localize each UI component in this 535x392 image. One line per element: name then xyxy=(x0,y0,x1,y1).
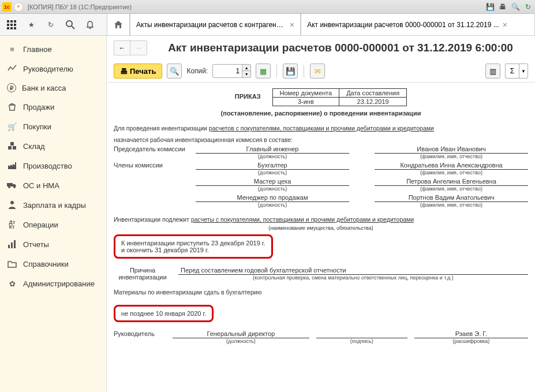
reason-hint: (контрольная проверка, смена материально… xyxy=(178,275,528,281)
apps-icon[interactable] xyxy=(6,19,17,31)
svg-rect-3 xyxy=(7,24,9,26)
sidebar-item-main[interactable]: ≡Главное xyxy=(0,39,106,59)
pos-hint: (должность) xyxy=(196,202,349,208)
director-label: Руководитель xyxy=(114,330,166,337)
save-button[interactable]: 💾 xyxy=(283,64,298,79)
sidebar-item-production[interactable]: Производство xyxy=(0,156,106,176)
edit-button[interactable]: ▦ xyxy=(256,64,271,79)
sidebar-item-bank[interactable]: ₽Банк и касса xyxy=(0,79,106,97)
template-button[interactable]: ▥ xyxy=(485,64,500,79)
tab-inventory-act-detail[interactable]: Акт инвентаризации расчетов 0000-000001 … xyxy=(301,14,535,35)
prikaz-title: ПРИКАЗ xyxy=(235,93,261,100)
close-icon[interactable]: × xyxy=(290,20,294,29)
header-row: ← → Акт инвентаризации расчетов 0000-000… xyxy=(107,36,535,60)
sidebar-item-purchases[interactable]: 🛒Покупки xyxy=(0,117,106,136)
svg-rect-6 xyxy=(7,27,9,29)
td-docdate: 23.12.2019 xyxy=(339,98,407,106)
print-icon[interactable]: 🖶 xyxy=(498,2,507,12)
m2-fio-field: Петрова Ангелина Евгеньевна(фамилия, имя… xyxy=(375,178,528,192)
svg-rect-1 xyxy=(10,20,13,23)
save-icon[interactable]: 💾 xyxy=(485,2,495,12)
fio-hint: (фамилия, имя, отчество) xyxy=(375,186,528,192)
sidebar-item-payroll[interactable]: Зарплата и кадры xyxy=(0,195,106,215)
sidebar-item-label: ОС и НМА xyxy=(23,181,59,190)
truck-icon xyxy=(7,180,17,191)
toolbar: 🖶Печать 🔍 Копий: ▲ ▼ ▦ 💾 ✉ ▥ Σ ▼ xyxy=(107,60,535,83)
folder-icon xyxy=(7,259,17,269)
signature-field: (подпись) xyxy=(316,330,407,344)
tab-home[interactable] xyxy=(107,14,130,35)
person-icon xyxy=(7,200,17,210)
app-logo-icon: 1c xyxy=(2,2,12,12)
titlebar: 1c ▼ [КОПИЯ] ПБУ 18 (1С:Предприятие) 💾 🖶… xyxy=(0,0,535,14)
page-title: Акт инвентаризации расчетов 0000-000001 … xyxy=(153,42,528,54)
sidebar-item-reports[interactable]: Отчеты xyxy=(0,234,106,254)
sidebar-item-manager[interactable]: Руководителю xyxy=(0,59,106,79)
tab-label: Акты инвентаризации расчетов с контраген… xyxy=(136,21,286,29)
boxes-icon xyxy=(7,141,17,151)
tab-inventory-acts[interactable]: Акты инвентаризации расчетов с контраген… xyxy=(130,14,301,35)
sidebar-item-operations[interactable]: ДтКтОперации xyxy=(0,215,106,234)
preview-button[interactable]: 🔍 xyxy=(167,64,182,79)
cart-icon: 🛒 xyxy=(7,121,17,132)
star-icon[interactable]: ★ xyxy=(25,19,37,31)
copies-input[interactable] xyxy=(213,65,242,77)
reason-val: Перед составлением годовой бухгалтерской… xyxy=(178,267,528,275)
email-button[interactable]: ✉ xyxy=(310,64,325,79)
search-icon[interactable]: 🔍 xyxy=(511,2,520,12)
intro-underline: расчетов с покупателями, поставщиками и … xyxy=(209,125,434,132)
members-label: Члены комиссии xyxy=(114,162,189,169)
pos-hint: (должность) xyxy=(196,186,349,192)
sidebar-item-label: Банк и касса xyxy=(22,84,66,92)
back-button[interactable]: ← xyxy=(114,41,130,55)
chevron-down-icon: ▼ xyxy=(519,64,527,78)
sig-hint: (подпись) xyxy=(316,338,407,344)
bag-icon xyxy=(7,102,17,112)
print-button[interactable]: 🖶Печать xyxy=(114,64,162,79)
doc-header-table: Номер документаДата составления 3-инв23.… xyxy=(272,88,407,106)
sidebar-item-label: Покупки xyxy=(23,122,51,131)
th-docnum: Номер документа xyxy=(272,89,339,98)
top-icons: ★ ↻ xyxy=(0,14,107,35)
sidebar-item-catalogs[interactable]: Справочники xyxy=(0,254,106,274)
copies-stepper[interactable]: ▲ ▼ xyxy=(212,64,251,78)
chairman-label: Председатель комиссии xyxy=(114,145,189,152)
m1-fio: Кондратьева Инна Александровна xyxy=(375,162,528,170)
pos-hint: (должность) xyxy=(196,154,349,159)
history-icon[interactable]: ↻ xyxy=(45,19,57,31)
forward-button[interactable]: → xyxy=(130,41,147,55)
sidebar-item-warehouse[interactable]: Склад xyxy=(0,136,106,156)
bars-icon xyxy=(7,239,17,249)
m2-pos-field: Мастер цеха(должность) xyxy=(196,178,349,192)
svg-rect-0 xyxy=(7,20,9,23)
fio-hint: (фамилия, имя, отчество) xyxy=(375,154,528,159)
svg-rect-13 xyxy=(13,146,16,150)
sigma-button[interactable]: Σ ▼ xyxy=(505,64,528,79)
member-row: Члены комиссии Бухгалтер(должность) Конд… xyxy=(114,162,528,176)
dropdown-icon[interactable]: ▼ xyxy=(14,2,23,12)
director-pos-field: Генеральный директор(должность) xyxy=(173,330,309,344)
sidebar-item-assets[interactable]: ОС и НМА xyxy=(0,176,106,195)
director-pos: Генеральный директор xyxy=(173,330,309,338)
director-fio-field: Рзаев Э. Г.(расшифровка) xyxy=(414,330,528,344)
titlebar-actions: 💾 🖶 🔍 ↻ xyxy=(485,2,533,12)
subject-line: Инвентаризации подлежит расчеты с покупа… xyxy=(114,216,528,223)
close-icon[interactable]: × xyxy=(503,20,507,29)
spin-up[interactable]: ▲ xyxy=(242,65,250,71)
window-title: [КОПИЯ] ПБУ 18 (1С:Предприятие) xyxy=(28,3,132,10)
sidebar-item-label: Главное xyxy=(23,45,52,54)
chairman-fio: Иванов Иван Иванович xyxy=(375,145,528,154)
separator xyxy=(276,65,277,77)
pos-hint: (должность) xyxy=(196,170,349,176)
search-icon[interactable] xyxy=(65,19,76,31)
sidebar-item-admin[interactable]: ✿Администрирование xyxy=(0,274,106,293)
refresh-icon[interactable]: ↻ xyxy=(523,2,533,12)
sidebar-item-label: Справочники xyxy=(23,260,69,268)
reason-label1: Причина xyxy=(114,267,171,274)
spin-down[interactable]: ▼ xyxy=(242,71,250,77)
sidebar-item-sales[interactable]: Продажи xyxy=(0,97,106,117)
dates-highlight: К инвентаризации приступить 23 декабря 2… xyxy=(114,234,273,259)
sigma-icon: Σ xyxy=(506,64,519,78)
layout: ≡Главное Руководителю ₽Банк и касса Прод… xyxy=(0,36,535,392)
bell-icon[interactable] xyxy=(84,19,96,31)
